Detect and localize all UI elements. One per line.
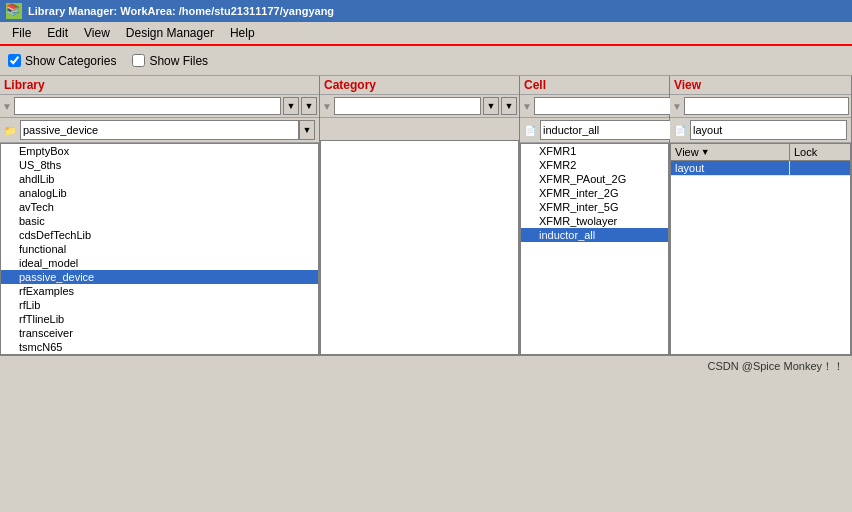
view-header-lock: Lock (790, 144, 850, 160)
show-files-checkbox[interactable] (132, 54, 145, 67)
list-item[interactable]: XFMR2 (521, 158, 668, 172)
list-item[interactable]: rfTlineLib (1, 312, 318, 326)
list-item[interactable]: ahdlLib (1, 172, 318, 186)
category-filter-dropdown[interactable]: ▼ (483, 97, 499, 115)
toolbar: Show Categories Show Files (0, 46, 852, 76)
cell-filter-input[interactable] (534, 97, 678, 115)
category-column: Category ▼ ▼ ▼ (320, 76, 520, 355)
show-categories-checkbox[interactable] (8, 54, 21, 67)
list-item[interactable]: rfExamples (1, 284, 318, 298)
show-categories-text: Show Categories (25, 54, 116, 68)
view-item-icon: 📄 (674, 125, 686, 136)
library-filter-dropdown[interactable]: ▼ (283, 97, 299, 115)
status-text: CSDN @Spice Monkey！！ (708, 359, 844, 374)
view-selected-row: 📄 (670, 118, 851, 143)
list-item[interactable]: US_8ths (1, 158, 318, 172)
view-row-view-cell: layout (671, 161, 790, 175)
cell-column: Cell ▼ ▼ ▼ 📄 ▼ XFMR1 XFMR2 XFMR_PAout_2G… (520, 76, 670, 355)
show-files-text: Show Files (149, 54, 208, 68)
list-item[interactable]: XFMR_inter_5G (521, 200, 668, 214)
view-selected-input[interactable] (690, 120, 847, 140)
view-column-title: View (670, 76, 851, 95)
library-selected-input[interactable] (20, 120, 299, 140)
category-column-title: Category (320, 76, 519, 95)
list-item[interactable]: EmptyBox (1, 144, 318, 158)
category-filter-input[interactable] (334, 97, 481, 115)
menu-file[interactable]: File (4, 24, 39, 42)
title-text: Library Manager: WorkArea: /home/stu2131… (28, 5, 334, 17)
title-bar: 📚 Library Manager: WorkArea: /home/stu21… (0, 0, 852, 22)
cell-item-icon: 📄 (524, 125, 536, 136)
view-list[interactable]: View ▼ Lock layout (670, 143, 851, 355)
cell-selected-input[interactable] (540, 120, 684, 140)
list-item[interactable]: basic (1, 214, 318, 228)
list-item[interactable]: XFMR_twolayer (521, 214, 668, 228)
cell-list[interactable]: XFMR1 XFMR2 XFMR_PAout_2G XFMR_inter_2G … (520, 143, 669, 355)
show-categories-label[interactable]: Show Categories (8, 54, 116, 68)
view-filter-icon: ▼ (672, 101, 682, 112)
library-filter-options[interactable]: ▼ (301, 97, 317, 115)
list-item[interactable]: ideal_model (1, 256, 318, 270)
category-list (320, 140, 519, 355)
list-item[interactable]: transceiver (1, 326, 318, 340)
view-sort-icon: ▼ (701, 147, 710, 157)
list-item[interactable]: cdsDefTechLib (1, 228, 318, 242)
status-bar: CSDN @Spice Monkey！！ (0, 355, 852, 377)
library-selected-dropdown[interactable]: ▼ (299, 120, 315, 140)
app-icon: 📚 (6, 3, 22, 19)
menu-bar: File Edit View Design Manager Help (0, 22, 852, 46)
cell-filter-icon: ▼ (522, 101, 532, 112)
list-item[interactable]: XFMR_PAout_2G (521, 172, 668, 186)
list-item[interactable]: tsmcN65 (1, 340, 318, 354)
view-row-lock-cell (790, 161, 850, 175)
menu-design-manager[interactable]: Design Manager (118, 24, 222, 42)
show-files-label[interactable]: Show Files (132, 54, 208, 68)
view-header-view[interactable]: View ▼ (671, 144, 790, 160)
library-column: Library ▼ ▼ ▼ 📁 ▼ EmptyBox US_8ths ahdlL… (0, 76, 320, 355)
cell-selected-row: 📄 ▼ (520, 118, 669, 143)
list-item[interactable]: rfLib (1, 298, 318, 312)
content-area: Library ▼ ▼ ▼ 📁 ▼ EmptyBox US_8ths ahdlL… (0, 76, 852, 355)
menu-help[interactable]: Help (222, 24, 263, 42)
view-filter-row: ▼ (670, 95, 851, 118)
category-filter-options[interactable]: ▼ (501, 97, 517, 115)
library-filter-input[interactable] (14, 97, 281, 115)
library-filter-icon: ▼ (2, 101, 12, 112)
cell-column-title: Cell (520, 76, 669, 95)
view-filter-input[interactable] (684, 97, 849, 115)
list-item-selected[interactable]: passive_device (1, 270, 318, 284)
library-column-title: Library (0, 76, 319, 95)
view-column: View ▼ 📄 View ▼ Lock layout (670, 76, 852, 355)
list-item[interactable]: analogLib (1, 186, 318, 200)
view-table-row[interactable]: layout (671, 161, 850, 176)
category-filter-icon: ▼ (322, 101, 332, 112)
list-item[interactable]: XFMR1 (521, 144, 668, 158)
columns-wrapper: Library ▼ ▼ ▼ 📁 ▼ EmptyBox US_8ths ahdlL… (0, 76, 852, 355)
list-item[interactable]: XFMR_inter_2G (521, 186, 668, 200)
menu-view[interactable]: View (76, 24, 118, 42)
library-item-icon: 📁 (4, 125, 16, 136)
view-table-header: View ▼ Lock (671, 144, 850, 161)
view-header-view-label: View (675, 146, 699, 158)
list-item-selected[interactable]: inductor_all (521, 228, 668, 242)
category-filter-row: ▼ ▼ ▼ (320, 95, 519, 118)
list-item[interactable]: avTech (1, 200, 318, 214)
library-selected-row: 📁 ▼ (0, 118, 319, 143)
cell-filter-row: ▼ ▼ ▼ (520, 95, 669, 118)
library-list[interactable]: EmptyBox US_8ths ahdlLib analogLib avTec… (0, 143, 319, 355)
list-item[interactable]: functional (1, 242, 318, 256)
library-filter-row: ▼ ▼ ▼ (0, 95, 319, 118)
menu-edit[interactable]: Edit (39, 24, 76, 42)
